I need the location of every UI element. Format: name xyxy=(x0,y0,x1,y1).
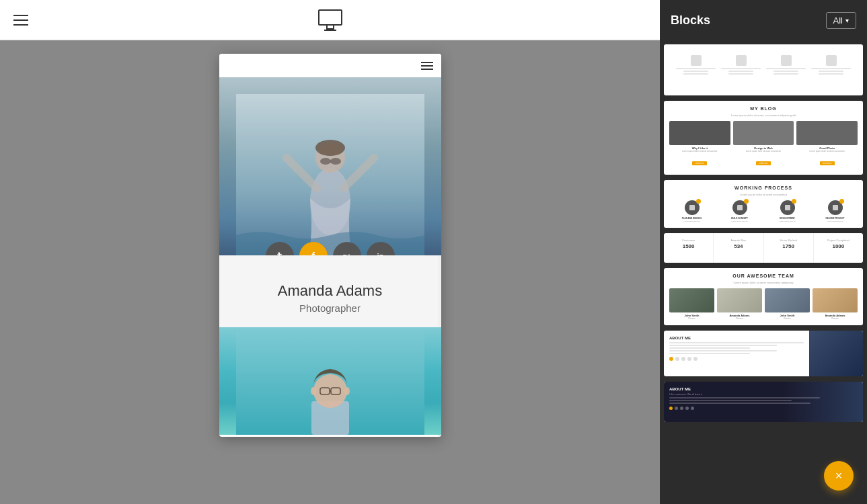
svg-point-15 xyxy=(311,387,316,395)
working-step-4: DELIVER PROJECT Lorem ipsum dolor sit xyxy=(813,200,858,222)
svg-point-3 xyxy=(315,140,345,156)
person-name: Amanda Adams xyxy=(233,282,428,300)
block-card-process-1[interactable] xyxy=(664,44,863,95)
stat-projects: Project Completed 1000 xyxy=(814,233,863,263)
twitter-icon: 𝕥 xyxy=(277,251,282,255)
blog-subtitle: Lorem ipsum dolor sit amet, consectetur … xyxy=(669,114,858,117)
close-icon: × xyxy=(835,470,843,482)
process-step-1 xyxy=(675,55,717,76)
main-canvas: 𝕥 f g+ in Amanda xyxy=(0,0,660,504)
stat-awards: Awards Won 534 xyxy=(714,233,763,263)
twitter-button[interactable]: 𝕥 xyxy=(266,242,294,255)
working-step-3: DEVELOPMENT Lorem ipsum dolor sit xyxy=(765,200,810,222)
header-bar xyxy=(0,0,660,40)
all-dropdown-label: All xyxy=(833,15,843,26)
second-person-svg xyxy=(236,327,424,435)
stat-customers: Customers 1500 xyxy=(664,233,714,263)
mobile-content-scroll[interactable]: 𝕥 f g+ in Amanda xyxy=(219,77,441,437)
all-dropdown-button[interactable]: All ▾ xyxy=(826,12,856,29)
block-card-about-dark[interactable]: ABOUT ME Life is awesome. We all know it xyxy=(664,382,863,422)
mobile-preview-frame: 𝕥 f g+ in Amanda xyxy=(219,54,441,437)
fab-close-button[interactable]: × xyxy=(824,461,854,491)
right-sidebar: Blocks All ▾ xyxy=(660,0,867,504)
svg-point-7 xyxy=(330,158,341,165)
social-icons-container: 𝕥 f g+ in xyxy=(266,242,395,255)
team-subtitle: Lorem ipsum dolor sit amet consectetur a… xyxy=(669,281,858,284)
dark-about-title: ABOUT ME xyxy=(669,387,858,391)
block-card-team[interactable]: OUR AWESOME TEAM Lorem ipsum dolor sit a… xyxy=(664,268,863,325)
working-process-title: WORKING PROCESS xyxy=(669,185,858,190)
team-member-2: Amanda Adams Director xyxy=(717,288,762,320)
dark-about-subtitle: Life is awesome. We all know it xyxy=(669,393,858,396)
sidebar-header: Blocks All ▾ xyxy=(660,0,867,40)
process-step-3 xyxy=(765,55,807,76)
svg-point-6 xyxy=(320,158,331,165)
working-step-2: BUILD CONCEPT Lorem ipsum dolor sit xyxy=(717,200,762,222)
team-member-3: John Smith Director xyxy=(765,288,810,320)
blog-item-1: Why I Like it Lorem ipsum dolor sit amet… xyxy=(669,121,730,167)
person-title: Photographer xyxy=(233,302,428,314)
about-text-col: ABOUT ME xyxy=(664,331,809,376)
team-member-4: Amanda Adams Director xyxy=(813,288,858,320)
process-step-4 xyxy=(810,55,852,76)
block-card-stats[interactable]: Customers 1500 Awards Won 534 Hours Work… xyxy=(664,233,863,263)
linkedin-icon: in xyxy=(377,252,384,255)
about-image-col xyxy=(809,331,863,376)
block-card-working-process[interactable]: WORKING PROCESS Lorem ipsum dolor sit am… xyxy=(664,180,863,228)
team-member-1: John Smith Director xyxy=(669,288,714,320)
blog-block-title: MY BLOG xyxy=(669,106,858,111)
chevron-down-icon: ▾ xyxy=(845,17,849,24)
blog-item-2: Design in Web Lorem ipsum dolor sit amet… xyxy=(733,121,794,167)
monitor-icon xyxy=(318,9,342,31)
second-person-section xyxy=(219,327,441,435)
working-process-subtitle: Lorem ipsum dolor sit amet consectetur xyxy=(669,193,858,196)
hamburger-menu[interactable] xyxy=(13,15,28,26)
hero-section: 𝕥 f g+ in xyxy=(219,77,441,255)
process-step-2 xyxy=(720,55,762,76)
block-card-blog[interactable]: MY BLOG Lorem ipsum dolor sit amet, cons… xyxy=(664,101,863,175)
person-silhouette-svg xyxy=(236,94,424,255)
second-person-bg xyxy=(219,327,441,435)
stat-hours: Hours Worked 1750 xyxy=(764,233,814,263)
google-plus-icon: g+ xyxy=(342,252,351,255)
hero-image xyxy=(219,77,441,255)
blog-item-3: Good Photo Lorem ipsum dolor sit amet co… xyxy=(796,121,858,167)
person-info-section: Amanda Adams Photographer xyxy=(219,255,441,327)
mobile-hamburger-icon xyxy=(421,62,433,70)
working-step-1: PLAN AND DISCUSS Lorem ipsum dolor sit xyxy=(669,200,714,222)
blocks-title: Blocks xyxy=(671,13,710,28)
facebook-icon: f xyxy=(311,251,315,255)
team-title: OUR AWESOME TEAM xyxy=(669,274,858,278)
mobile-header xyxy=(219,54,441,77)
svg-point-16 xyxy=(344,387,350,395)
block-card-about-light[interactable]: ABOUT ME xyxy=(664,331,863,376)
canvas-area: 𝕥 f g+ in Amanda xyxy=(0,40,660,504)
google-plus-button[interactable]: g+ xyxy=(333,242,361,255)
facebook-button[interactable]: f xyxy=(299,242,328,255)
sidebar-blocks-list[interactable]: MY BLOG Lorem ipsum dolor sit amet, cons… xyxy=(660,40,867,504)
linkedin-button[interactable]: in xyxy=(367,242,395,255)
